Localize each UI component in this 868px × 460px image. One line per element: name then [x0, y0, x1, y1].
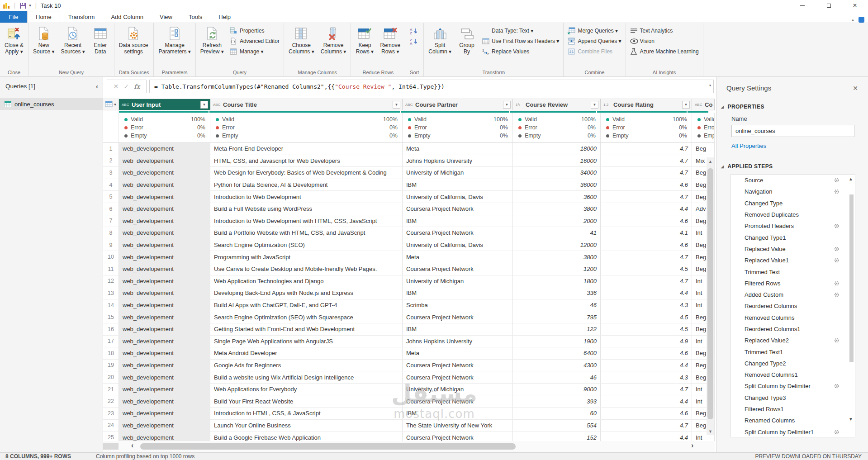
- all-properties-link[interactable]: All Properties: [731, 142, 766, 149]
- properties-button[interactable]: Properties: [228, 26, 282, 35]
- applied-step-split-column-by-delimiter[interactable]: Split Column by Delimiter: [731, 380, 855, 392]
- column-header-user-input[interactable]: ABCUser Input▼: [119, 99, 210, 110]
- gear-icon[interactable]: [834, 383, 840, 389]
- row-number[interactable]: 13: [103, 287, 119, 299]
- row-number[interactable]: 18: [103, 347, 119, 359]
- cell[interactable]: Use Canva to Create Desktop and Mobile-f…: [210, 263, 403, 275]
- row-number[interactable]: 20: [103, 371, 119, 383]
- cell[interactable]: Getting Started with Front-End and Web D…: [210, 323, 403, 335]
- cell[interactable]: 4.3: [601, 371, 692, 383]
- cell[interactable]: 4.7: [601, 167, 692, 179]
- cell[interactable]: 18000: [513, 143, 601, 155]
- cell[interactable]: Web Application Technologies and Django: [210, 275, 403, 287]
- row-number[interactable]: 10: [103, 251, 119, 263]
- cell[interactable]: University of Michigan: [403, 384, 513, 395]
- row-number[interactable]: 14: [103, 299, 119, 311]
- applied-step-removed-columns[interactable]: Removed Columns: [731, 312, 855, 323]
- scroll-left-icon[interactable]: ‹: [131, 441, 133, 450]
- cell[interactable]: 4.7: [601, 275, 692, 287]
- cell[interactable]: Introduction to HTML, CSS, & JavaScript: [210, 408, 403, 419]
- cell[interactable]: 46: [513, 371, 601, 383]
- cell[interactable]: 4.4: [601, 360, 692, 371]
- applied-steps-section-header[interactable]: ◢ APPLIED STEPS: [716, 163, 868, 170]
- cell[interactable]: 4.7: [601, 384, 692, 395]
- gear-icon[interactable]: [834, 189, 840, 194]
- row-number[interactable]: 12: [103, 275, 119, 287]
- formula-expand-icon[interactable]: ▾: [709, 83, 711, 88]
- row-number[interactable]: 22: [103, 395, 119, 407]
- row-number[interactable]: 15: [103, 311, 119, 323]
- row-number[interactable]: 4: [103, 179, 119, 191]
- tab-view[interactable]: View: [152, 11, 180, 23]
- applied-step-removed-columns1[interactable]: Removed Columns1: [731, 369, 855, 380]
- tab-add-column[interactable]: Add Column: [103, 11, 152, 23]
- row-number[interactable]: 11: [103, 263, 119, 275]
- row-number[interactable]: 5: [103, 191, 119, 203]
- row-number[interactable]: 2: [103, 155, 119, 167]
- steps-scrollbar[interactable]: ▲ ▼: [848, 176, 854, 434]
- applied-step-replaced-value1[interactable]: Replaced Value1: [731, 255, 855, 266]
- gear-icon[interactable]: [834, 337, 840, 343]
- column-header-course-partner[interactable]: ABCCourse Partner▼: [403, 99, 513, 110]
- cell[interactable]: web_developement: [119, 336, 210, 347]
- choose-columns-button[interactable]: ChooseColumns ▾: [286, 24, 317, 56]
- cell[interactable]: 2000: [513, 215, 601, 227]
- gear-icon[interactable]: [834, 257, 840, 263]
- cell[interactable]: 6400: [513, 347, 601, 359]
- split-column-button[interactable]: SplitColumn ▾: [426, 24, 454, 56]
- row-number[interactable]: 8: [103, 227, 119, 239]
- cell[interactable]: 4.6: [601, 179, 692, 191]
- recent-sources-button[interactable]: RecentSources ▾: [58, 24, 87, 56]
- cell[interactable]: 393: [513, 395, 601, 407]
- remove-rows-button[interactable]: RemoveRows ▾: [377, 24, 403, 56]
- filter-icon[interactable]: ▼: [393, 101, 400, 109]
- collapse-ribbon-icon[interactable]: ▴: [852, 17, 854, 22]
- cell[interactable]: Introduction to Web Development: [210, 191, 403, 203]
- vertical-scrollbar[interactable]: ▲ ▼: [707, 157, 714, 435]
- gear-icon[interactable]: [834, 246, 840, 252]
- applied-step-replaced-value2[interactable]: Replaced Value2: [731, 335, 855, 346]
- cell[interactable]: 336: [513, 287, 601, 299]
- new-source-button[interactable]: NewSource ▾: [30, 24, 57, 56]
- cell[interactable]: web_developement: [119, 179, 210, 191]
- scroll-up-icon[interactable]: ▲: [707, 157, 714, 165]
- applied-step-filtered-rows1[interactable]: Filtered Rows1: [731, 403, 855, 415]
- cell[interactable]: web_developement: [119, 275, 210, 287]
- scroll-right-icon[interactable]: ›: [691, 441, 693, 450]
- applied-step-changed-type2[interactable]: Changed Type2: [731, 358, 855, 369]
- sort-za-button[interactable]: ZA: [407, 37, 419, 46]
- cell[interactable]: 4.3: [601, 299, 692, 311]
- cell[interactable]: IBM: [403, 179, 513, 191]
- close-apply-button[interactable]: Close &Apply ▾: [2, 24, 26, 56]
- applied-step-filtered-rows[interactable]: Filtered Rows: [731, 278, 855, 289]
- table-menu-icon[interactable]: ▾: [114, 102, 116, 107]
- cell[interactable]: 4.4: [601, 395, 692, 407]
- cell[interactable]: 554: [513, 420, 601, 432]
- applied-step-source[interactable]: Source: [731, 175, 855, 186]
- filter-icon[interactable]: ▼: [682, 101, 690, 109]
- cell[interactable]: 4.4: [601, 287, 692, 299]
- cell[interactable]: Coursera Project Network: [403, 227, 513, 239]
- cell[interactable]: Johns Hopkins University: [403, 336, 513, 347]
- cell[interactable]: Coursera Project Network: [403, 360, 513, 371]
- advanced-editor-button[interactable]: Advanced Editor: [228, 37, 282, 46]
- cell[interactable]: web_developement: [119, 263, 210, 275]
- cell[interactable]: University of Michigan: [403, 167, 513, 179]
- replace-values-button[interactable]: 12Replace Values: [479, 47, 561, 56]
- cell[interactable]: 4.6: [601, 408, 692, 419]
- applied-step-promoted-headers[interactable]: Promoted Headers: [731, 220, 855, 232]
- manage-parameters-button[interactable]: ManageParameters ▾: [156, 24, 193, 56]
- merge-queries-button[interactable]: Merge Queries ▾: [565, 26, 623, 35]
- cell[interactable]: Build a website using Wix Artificial Des…: [210, 371, 403, 383]
- applied-step-trimmed-text[interactable]: Trimmed Text: [731, 266, 855, 277]
- applied-step-split-column-by-delimiter1[interactable]: Split Column by Delimiter1: [731, 427, 855, 437]
- cell[interactable]: Single Page Web Applications with Angula…: [210, 336, 403, 347]
- gear-icon[interactable]: [834, 429, 840, 435]
- profiling-info[interactable]: Column profiling based on top 1000 rows: [96, 453, 194, 460]
- query-item-online-courses[interactable]: online_courses: [0, 98, 103, 110]
- cell[interactable]: Build AI Apps with ChatGPT, Dall-E, and …: [210, 299, 403, 311]
- select-all-corner[interactable]: ▾: [103, 99, 119, 110]
- filter-icon[interactable]: ▼: [200, 101, 208, 109]
- horizontal-scrollbar[interactable]: ‹ ›: [103, 441, 715, 452]
- cell[interactable]: Introduction to Web Development with HTM…: [210, 215, 403, 227]
